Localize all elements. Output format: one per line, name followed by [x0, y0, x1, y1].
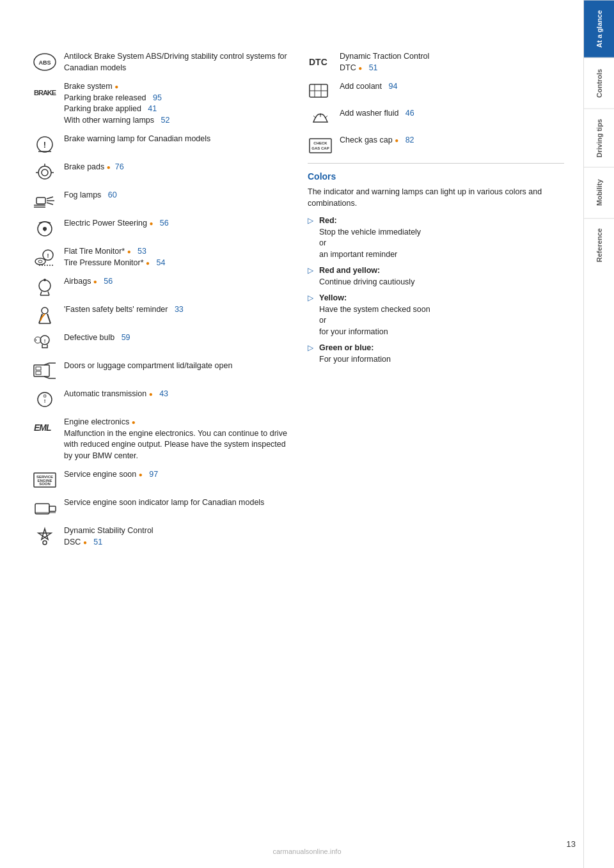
brake-link-41[interactable]: 41: [148, 104, 157, 113]
tire-icon: !: [32, 246, 58, 267]
brake-pads-bullet: ●: [107, 164, 111, 171]
color-red-yellow-arrow: ▷: [308, 265, 315, 275]
auto-trans-entry: ⚙ ! Automatic transmission ● 43: [32, 389, 288, 409]
service-engine-entry: SERVICE ENGINE SOON Service engine soon …: [32, 469, 288, 490]
page-number: 13: [567, 839, 576, 849]
service-engine-link[interactable]: 97: [149, 470, 158, 479]
svg-line-32: [47, 314, 51, 323]
seatbelt-link[interactable]: 33: [175, 305, 184, 314]
svg-text:EML: EML: [34, 422, 51, 433]
brake-warning-entry: ! Brake warning lamp for Canadian models: [32, 134, 288, 154]
abs-icon: ABS: [32, 51, 58, 72]
sidebar-tab-controls[interactable]: Controls: [584, 58, 614, 109]
washer-text: Add washer fluid 46: [340, 108, 564, 120]
brake-text: Brake system ● Parking brake released 95…: [64, 81, 288, 126]
svg-point-21: [38, 260, 42, 263]
dsc-link[interactable]: 51: [93, 538, 102, 546]
svg-point-7: [42, 169, 48, 176]
eps-link[interactable]: 56: [160, 219, 169, 228]
airbags-link[interactable]: 56: [104, 277, 113, 286]
seatbelt-entry: 'Fasten safety belts' reminder 33: [32, 304, 288, 325]
service-engine-text: Service engine soon ● 97: [64, 469, 288, 481]
svg-text:⚙: ⚙: [43, 394, 47, 398]
sidebar-tab-mobility[interactable]: Mobility: [584, 167, 614, 218]
seatbelt-text: 'Fasten safety belts' reminder 33: [64, 304, 288, 316]
auto-trans-bullet: ●: [149, 391, 153, 398]
gascap-entry: CHECK GAS CAP Check gas cap ● 82: [308, 135, 564, 155]
colors-title: Colors: [308, 171, 564, 182]
brake-warning-text: Brake warning lamp for Canadian models: [64, 134, 288, 145]
svg-point-20: [35, 258, 45, 265]
svg-line-14: [47, 203, 53, 205]
tire-pressure-link[interactable]: 54: [157, 258, 166, 267]
service-engine-ca-text: Service engine soon indicator lamp for C…: [64, 497, 288, 509]
airbags-bullet: ●: [93, 278, 97, 285]
brake-pads-icon: [32, 162, 58, 182]
tire-pressure-bullet: ●: [146, 260, 150, 267]
color-red-entry: ▷ Red: Stop the vehicle immediately or a…: [308, 215, 564, 260]
color-green-blue-entry: ▷ Green or blue: For your information: [308, 343, 564, 365]
brake-pads-link[interactable]: 76: [115, 162, 124, 171]
dsc-text: Dynamic Stability Control DSC ● 51: [64, 525, 288, 548]
svg-line-12: [47, 197, 53, 199]
svg-text:DTC: DTC: [309, 57, 327, 67]
left-column: ABS Antilock Brake System ABS/Driving st…: [32, 51, 288, 842]
brake-pads-text: Brake pads ● 76: [64, 162, 288, 173]
eps-text: Electric Power Steering ● 56: [64, 218, 288, 229]
color-red-yellow-text: Red and yellow: Continue driving cautiou…: [319, 265, 414, 288]
svg-rect-41: [36, 367, 41, 370]
service-engine-bullet: ●: [139, 471, 143, 478]
right-column: DTC Dynamic Traction Control DTC ● 51: [308, 51, 564, 842]
sidebar-tab-driving-tips[interactable]: Driving tips: [584, 109, 614, 167]
watermark: carmanualsonline.info: [272, 848, 341, 855]
brake-entry: BRAKE Brake system ● Parking brake relea…: [32, 81, 288, 126]
sidebar-tab-at-a-glance[interactable]: At a glance: [584, 0, 614, 58]
door-entry: Doors or luggage compartment lid/tailgat…: [32, 360, 288, 381]
sidebar-tab-reference[interactable]: Reference: [584, 218, 614, 272]
color-red-yellow-entry: ▷ Red and yellow: Continue driving cauti…: [308, 265, 564, 288]
main-content: ABS Antilock Brake System ABS/Driving st…: [0, 0, 583, 868]
svg-text:SOON: SOON: [39, 482, 51, 486]
flat-tire-link[interactable]: 53: [138, 247, 146, 256]
svg-text:!: !: [47, 252, 49, 259]
brake-link-95[interactable]: 95: [153, 93, 162, 102]
colors-intro: The indicator and warning lamps can ligh…: [308, 187, 564, 209]
fog-link[interactable]: 60: [108, 190, 117, 199]
auto-trans-link[interactable]: 43: [159, 389, 168, 398]
gascap-bullet: ●: [395, 137, 398, 144]
svg-text:CHECK: CHECK: [313, 141, 327, 145]
auto-trans-text: Automatic transmission ● 43: [64, 389, 288, 400]
divider: [308, 163, 564, 164]
svg-text:!: !: [43, 140, 46, 150]
eps-icon: !: [32, 218, 58, 238]
washer-entry: Add washer fluid 46: [308, 108, 564, 127]
fog-icon: [32, 190, 58, 210]
gascap-link[interactable]: 82: [405, 136, 414, 144]
airbags-entry: Airbags ● 56: [32, 276, 288, 297]
flat-tire-bullet: ●: [127, 248, 131, 255]
fog-entry: Fog lamps 60: [32, 190, 288, 210]
eml-bullet: ●: [132, 419, 136, 426]
washer-link[interactable]: 46: [405, 109, 414, 118]
svg-text:!: !: [44, 338, 46, 344]
dtc-icon: DTC: [308, 51, 333, 72]
dsc-entry: Dynamic Stability Control DSC ● 51: [32, 525, 288, 548]
brake-link-52[interactable]: 52: [161, 116, 169, 125]
bulb-link[interactable]: 59: [122, 333, 130, 342]
brake-icon: BRAKE: [32, 81, 58, 102]
dtc-entry: DTC Dynamic Traction Control DTC ● 51: [308, 51, 564, 74]
tire-entry: ! Flat Tire Monitor* ● 53 Tire Pressure …: [32, 246, 288, 268]
color-yellow-arrow: ▷: [308, 293, 315, 302]
dtc-link[interactable]: 51: [369, 63, 378, 72]
dtc-text: Dynamic Traction Control DTC ● 51: [340, 51, 564, 74]
svg-text:GAS CAP: GAS CAP: [311, 146, 329, 150]
svg-line-38: [35, 340, 36, 341]
coolant-link[interactable]: 94: [388, 82, 397, 91]
color-green-blue-arrow: ▷: [308, 343, 315, 352]
color-red-text: Red: Stop the vehicle immediately or an …: [319, 215, 421, 260]
color-green-blue-text: Green or blue: For your information: [319, 343, 391, 365]
brake-bullet: ●: [114, 83, 118, 90]
eml-icon: EML: [32, 417, 58, 437]
svg-line-26: [40, 291, 42, 295]
service-engine-ca-entry: Service engine soon indicator lamp for C…: [32, 497, 288, 518]
